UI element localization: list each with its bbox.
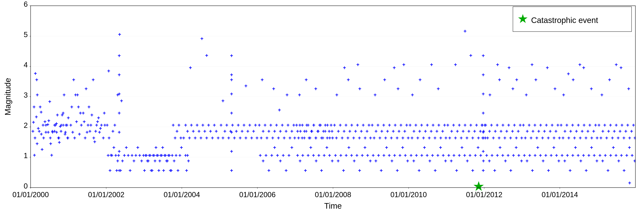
svg-text:+: +: [396, 86, 400, 92]
svg-text:+: +: [337, 158, 340, 164]
svg-text:+: +: [62, 92, 66, 98]
svg-text:+: +: [192, 128, 195, 134]
svg-text:+: +: [388, 152, 391, 158]
svg-text:+: +: [374, 158, 378, 164]
svg-text:+: +: [566, 152, 569, 158]
svg-text:+: +: [92, 135, 95, 141]
svg-text:+: +: [186, 128, 189, 134]
svg-text:+: +: [594, 122, 597, 128]
svg-text:+: +: [571, 152, 574, 158]
svg-text:+: +: [70, 104, 73, 110]
svg-text:+: +: [617, 135, 620, 141]
svg-text:+: +: [34, 70, 37, 76]
svg-text:+: +: [546, 65, 549, 71]
svg-text:+: +: [314, 135, 318, 141]
svg-text:+: +: [476, 144, 480, 150]
svg-text:+: +: [50, 152, 53, 158]
svg-text:+: +: [569, 128, 572, 134]
catastrophic-event-marker: ★: [473, 180, 484, 193]
svg-text:+: +: [213, 122, 216, 128]
svg-text:+: +: [48, 98, 51, 104]
svg-text:+: +: [262, 158, 265, 164]
svg-text:+: +: [184, 122, 187, 128]
svg-text:+: +: [420, 152, 423, 158]
svg-text:+: +: [384, 135, 387, 141]
svg-text:+: +: [275, 122, 278, 128]
svg-text:+: +: [67, 115, 70, 121]
svg-text:+: +: [455, 168, 458, 174]
svg-text:+: +: [196, 122, 199, 128]
svg-text:+: +: [444, 158, 447, 164]
svg-text:+: +: [386, 128, 389, 134]
svg-text:+: +: [364, 135, 367, 141]
svg-text:+: +: [482, 72, 485, 78]
svg-text:+: +: [577, 122, 580, 128]
svg-text:+: +: [528, 122, 531, 128]
svg-text:+: +: [319, 122, 322, 128]
svg-text:+: +: [296, 152, 299, 158]
svg-text:+: +: [493, 168, 496, 174]
svg-text:+: +: [40, 146, 44, 152]
svg-text:+: +: [362, 122, 365, 128]
svg-text:+: +: [552, 135, 556, 141]
svg-text:+: +: [383, 77, 386, 83]
svg-text:+: +: [584, 135, 588, 141]
xlabel-2006: 01/01/2006: [239, 191, 276, 199]
svg-text:+: +: [62, 122, 65, 128]
svg-text:+: +: [378, 135, 382, 141]
svg-text:+: +: [471, 168, 474, 174]
svg-text:+: +: [118, 148, 121, 154]
svg-text:+: +: [342, 168, 345, 174]
svg-text:+: +: [628, 144, 631, 150]
svg-text:+: +: [611, 135, 614, 141]
svg-text:+: +: [323, 152, 326, 158]
svg-text:+: +: [325, 144, 328, 150]
svg-text:+: +: [317, 128, 320, 134]
svg-text:+: +: [554, 128, 558, 134]
svg-text:+: +: [358, 168, 361, 174]
svg-text:+: +: [406, 158, 409, 164]
svg-text:+: +: [579, 158, 582, 164]
svg-text:+: +: [301, 152, 304, 158]
svg-text:+: +: [578, 62, 582, 68]
svg-text:+: +: [575, 128, 578, 134]
svg-text:+: +: [564, 128, 566, 134]
svg-text:+: +: [335, 135, 338, 141]
svg-text:+: +: [484, 135, 487, 141]
svg-text:+: +: [203, 128, 206, 134]
svg-text:+: +: [490, 122, 493, 128]
svg-text:+: +: [76, 92, 79, 98]
svg-text:+: +: [555, 152, 558, 158]
svg-text:+: +: [393, 65, 396, 71]
svg-text:+: +: [298, 122, 302, 128]
svg-text:+: +: [334, 152, 337, 158]
svg-text:+: +: [426, 152, 429, 158]
svg-text:+: +: [410, 135, 414, 141]
ylabel-5: 5: [24, 31, 28, 39]
svg-text:+: +: [179, 135, 182, 141]
svg-text:+: +: [501, 152, 504, 158]
svg-text:+: +: [582, 152, 585, 158]
svg-text:+: +: [439, 135, 442, 141]
svg-text:+: +: [174, 152, 178, 158]
svg-text:+: +: [388, 122, 391, 128]
svg-text:+: +: [615, 62, 618, 68]
svg-text:+: +: [552, 144, 556, 150]
svg-text:+: +: [547, 135, 550, 141]
svg-text:+: +: [345, 152, 348, 158]
svg-text:+: +: [372, 135, 376, 141]
svg-text:+: +: [601, 128, 604, 134]
svg-text:+: +: [272, 86, 275, 92]
svg-text:+: +: [547, 168, 550, 174]
svg-text:+: +: [110, 152, 114, 158]
svg-text:+: +: [625, 152, 628, 158]
svg-text:+: +: [412, 158, 415, 164]
svg-text:+: +: [164, 152, 167, 158]
svg-text:+: +: [550, 122, 554, 128]
svg-text:+: +: [601, 158, 604, 164]
svg-text:+: +: [371, 122, 374, 128]
svg-text:+: +: [198, 128, 200, 134]
svg-text:+: +: [571, 122, 574, 128]
svg-text:+: +: [182, 135, 185, 141]
svg-text:+: +: [290, 144, 294, 150]
